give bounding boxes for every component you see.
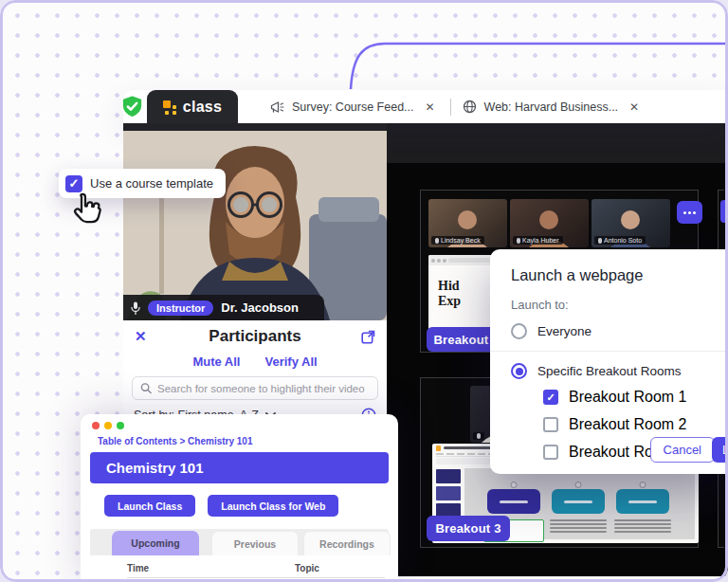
participants-title: Participants <box>209 327 300 346</box>
launch-button[interactable]: Launch <box>712 437 728 463</box>
search-icon <box>140 382 152 394</box>
mic-icon <box>131 301 140 315</box>
tab-web[interactable]: Web: Harvard Business... ✕ <box>463 99 644 116</box>
modal-title: Launch a webpage <box>511 266 728 284</box>
cancel-button[interactable]: Cancel <box>650 437 715 463</box>
column-header-time: Time <box>127 563 295 573</box>
participant-name: Kayla Huber <box>522 237 559 244</box>
slide-shape <box>552 489 605 514</box>
launch-class-for-web-button[interactable]: Launch Class for Web <box>208 495 338 517</box>
breakout-more-options-button[interactable] <box>677 201 702 224</box>
tab-divider <box>450 99 451 116</box>
modal-divider <box>490 351 728 352</box>
zoom-traffic-light[interactable] <box>117 422 124 429</box>
table-row: Tuesday, September 20 10:00AM - 11:00AM … <box>127 578 385 582</box>
course-window: Table of Contents > Chemistry 101 Chemis… <box>81 414 398 582</box>
close-traffic-light[interactable] <box>92 422 100 429</box>
close-icon[interactable]: ✕ <box>626 99 643 116</box>
class-tab-label: class <box>183 99 223 116</box>
pop-out-icon[interactable] <box>361 330 375 344</box>
launch-webpage-modal: Launch a webpage Launch to: Everyone Spe… <box>490 249 728 474</box>
tab-upcoming[interactable]: Upcoming <box>112 531 199 555</box>
slide-caption-text <box>550 519 607 533</box>
sessions-tabs: Upcoming Previous Recordings <box>90 529 389 555</box>
instructor-name: Dr. Jacobson <box>221 300 299 315</box>
mic-icon <box>477 433 481 439</box>
mic-icon <box>517 238 520 244</box>
radio-icon-unselected[interactable] <box>511 323 527 339</box>
verified-shield-icon <box>119 94 145 119</box>
megaphone-icon <box>270 100 284 114</box>
more-options-sliver <box>720 200 726 223</box>
checkbox-unchecked-icon[interactable] <box>543 417 558 432</box>
slides-app-icon <box>436 446 441 451</box>
launch-class-button[interactable]: Launch Class <box>104 495 195 517</box>
participant-name: Antonio Soto <box>604 237 642 244</box>
hand-cursor-icon <box>68 190 106 229</box>
web-tab-label: Web: Harvard Business... <box>484 100 619 114</box>
checkbox-breakout-room-1[interactable]: ✓ Breakout Room 1 <box>543 389 728 406</box>
breakout-3-badge: Breakout 3 <box>427 516 510 541</box>
participant-name-tag <box>473 432 484 440</box>
sessions-table: Time Topic Tuesday, September 20 10:00AM… <box>127 563 385 582</box>
participants-actions: Mute All Verify All <box>123 353 387 376</box>
tab-class-app[interactable]: class <box>147 90 238 123</box>
video-top-strip <box>123 123 387 131</box>
survey-tab-label: Survey: Course Feed... <box>292 100 414 114</box>
participant-search-input[interactable] <box>157 383 370 394</box>
launch-to-label: Launch to: <box>511 298 728 312</box>
slide-caption-text <box>614 519 671 533</box>
class-logo-icon <box>163 100 177 115</box>
participant-name: Lindsay Beck <box>441 237 481 244</box>
participant-name-tag: Kayla Huber <box>513 236 563 245</box>
tab-recordings[interactable]: Recordings <box>303 531 391 555</box>
close-icon[interactable]: ✕ <box>422 99 439 116</box>
participants-header: ✕ Participants <box>123 320 387 353</box>
verify-all-link[interactable]: Verify All <box>264 355 317 369</box>
radio-icon-selected[interactable] <box>511 363 527 379</box>
minimize-traffic-light[interactable] <box>104 422 112 429</box>
breadcrumb[interactable]: Table of Contents > Chemistry 101 <box>81 429 398 446</box>
window-controls <box>81 414 398 429</box>
radio-everyone[interactable]: Everyone <box>511 323 728 339</box>
use-course-template-label: Use a course template <box>90 176 213 191</box>
checkbox-breakout-room-2[interactable]: Breakout Room 2 <box>543 416 728 433</box>
close-icon[interactable]: ✕ <box>135 328 147 345</box>
instructor-name-bar: Instructor Dr. Jacobson <box>123 295 324 320</box>
checkbox-unchecked-icon[interactable] <box>543 445 558 460</box>
mute-all-link[interactable]: Mute All <box>192 355 240 369</box>
globe-icon <box>463 100 477 114</box>
instructor-video-tile: Instructor Dr. Jacobson <box>123 123 387 320</box>
mic-icon <box>598 238 602 244</box>
instructor-video-image <box>123 123 387 320</box>
slide-shape <box>487 489 540 514</box>
participant-name-tag: Lindsay Beck <box>431 236 484 245</box>
participant-search[interactable] <box>132 376 378 400</box>
video-thumbnail: Antonio Soto <box>592 199 670 247</box>
mic-icon <box>435 238 439 244</box>
radio-specific-breakout-rooms[interactable]: Specific Breakout Rooms <box>511 363 728 379</box>
video-thumbnail: Kayla Huber <box>510 199 589 247</box>
checkbox-checked-icon[interactable]: ✓ <box>543 390 558 405</box>
course-title-bar: Chemistry 101 <box>90 452 389 483</box>
tab-survey[interactable]: Survey: Course Feed... ✕ <box>270 99 439 116</box>
slide-shape <box>616 489 669 514</box>
video-thumbnail: Lindsay Beck <box>428 199 507 247</box>
browser-tab-bar: class Survey: Course Feed... ✕ Web: Harv… <box>123 90 728 123</box>
marketing-canvas: Lindsay Beck Kayla Huber Antonio Soto Hi… <box>0 0 728 582</box>
column-header-topic: Topic <box>295 563 319 573</box>
participant-name-tag: Antonio Soto <box>594 236 646 245</box>
instructor-badge: Instructor <box>148 300 213 316</box>
tab-previous[interactable]: Previous <box>211 531 299 555</box>
